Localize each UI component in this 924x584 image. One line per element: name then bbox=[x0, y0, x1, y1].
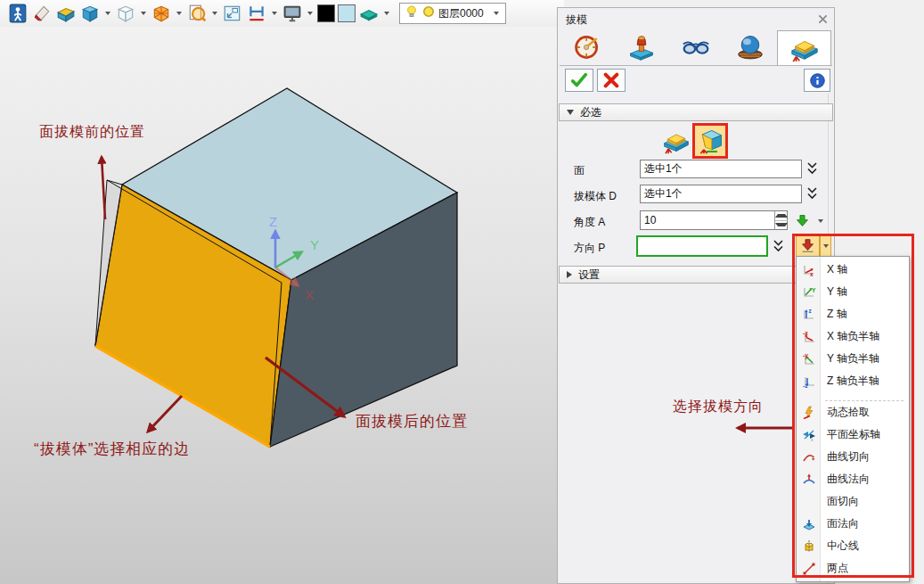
info-button[interactable] bbox=[804, 69, 830, 92]
layer-box-icon[interactable] bbox=[358, 3, 380, 24]
angle-apply-direction-button[interactable] bbox=[791, 211, 813, 230]
axis-x-icon: x bbox=[797, 263, 821, 277]
fit-window-icon[interactable] bbox=[222, 3, 243, 24]
solid-cube-icon[interactable] bbox=[79, 3, 101, 24]
axis-neg-z-icon: -z bbox=[797, 374, 821, 389]
display-mode-icon[interactable] bbox=[282, 3, 303, 24]
zoom-icon[interactable] bbox=[186, 3, 208, 24]
layer-box-dropdown-caret[interactable] bbox=[384, 12, 389, 15]
annotation-direction-select: 选择拔模方向 bbox=[673, 398, 764, 416]
curve-tangent-icon bbox=[797, 450, 821, 465]
menu-item-face-tangent[interactable]: 面切向 bbox=[797, 490, 909, 513]
triad-y-label: Y bbox=[310, 237, 319, 252]
two-points-icon bbox=[797, 562, 821, 576]
erase-icon[interactable] bbox=[31, 3, 53, 24]
spinner-up-icon[interactable] bbox=[775, 211, 788, 221]
menu-separator bbox=[825, 392, 904, 401]
draft-body-field-input[interactable] bbox=[640, 185, 802, 203]
section-settings-label: 设置 bbox=[578, 267, 600, 283]
draft-panel: 拔模 必选 面 bbox=[557, 7, 835, 584]
draft-body-mode-button[interactable] bbox=[660, 126, 692, 156]
section-required-header[interactable]: 必选 bbox=[559, 103, 833, 121]
exit-icon[interactable] bbox=[7, 3, 29, 24]
tab-sphere[interactable] bbox=[723, 30, 777, 64]
ok-button[interactable] bbox=[565, 69, 593, 92]
menu-item-neg-x-axis[interactable]: -x X 轴负半轴 bbox=[797, 325, 909, 348]
menu-item-centerline[interactable]: 中心线 bbox=[797, 535, 909, 557]
menu-item-neg-y-axis[interactable]: -y Y 轴负半轴 bbox=[797, 348, 909, 370]
triad-z-label: Z bbox=[269, 214, 277, 229]
panel-title: 拔模 bbox=[566, 12, 587, 28]
cancel-button[interactable] bbox=[597, 69, 626, 92]
shaded-face-icon[interactable] bbox=[55, 3, 77, 24]
collapse-icon bbox=[567, 110, 574, 115]
axis-neg-x-icon: -x bbox=[797, 330, 821, 344]
face-field-label: 面 bbox=[574, 163, 585, 178]
direction-field-label: 方向 P bbox=[574, 241, 605, 256]
layer-color-icon bbox=[421, 4, 436, 22]
plane-axes-icon: x bbox=[797, 428, 821, 442]
svg-text:-z: -z bbox=[803, 382, 808, 389]
top-toolbar: 图层0000 bbox=[0, 0, 564, 28]
zoom-dropdown-caret[interactable] bbox=[212, 12, 217, 15]
measure-icon[interactable] bbox=[246, 3, 267, 24]
axis-z-icon: z bbox=[797, 308, 821, 322]
rotate-lattice-icon[interactable] bbox=[151, 3, 172, 24]
display-mode-dropdown-caret[interactable] bbox=[307, 12, 313, 15]
highlight-color-swatch[interactable] bbox=[338, 4, 356, 22]
measure-dropdown-caret[interactable] bbox=[272, 12, 277, 15]
model-scene: Z Y X bbox=[0, 27, 557, 584]
svg-text:-x: -x bbox=[803, 330, 808, 336]
close-icon[interactable] bbox=[816, 12, 829, 25]
black-color-swatch[interactable] bbox=[317, 4, 335, 22]
solid-cube-dropdown-caret[interactable] bbox=[105, 12, 110, 15]
spinner-down-icon[interactable] bbox=[775, 221, 788, 230]
tab-draft[interactable] bbox=[777, 30, 831, 65]
annotation-before-position: 面拔模前的位置 bbox=[39, 123, 145, 142]
layer-combo-value: 图层0000 bbox=[438, 6, 484, 21]
angle-spinner[interactable] bbox=[774, 211, 788, 229]
axis-y-icon: Y bbox=[797, 285, 821, 300]
face-field-input[interactable] bbox=[640, 160, 802, 178]
angle-field-label: 角度 A bbox=[574, 215, 605, 230]
rotate-lattice-dropdown-caret[interactable] bbox=[176, 12, 182, 15]
menu-item-two-points[interactable]: 两点 bbox=[797, 557, 909, 580]
layer-combobox[interactable]: 图层0000 bbox=[399, 3, 506, 24]
curve-normal-icon bbox=[797, 473, 821, 487]
direction-pick-button[interactable] bbox=[796, 234, 820, 257]
annotation-after-position: 面拔模后的位置 bbox=[356, 411, 468, 432]
angle-direction-caret[interactable] bbox=[818, 219, 823, 223]
menu-item-dynamic-pick[interactable]: 动态拾取 bbox=[797, 401, 909, 424]
bulb-icon bbox=[405, 4, 419, 23]
wireframe-cube-icon[interactable] bbox=[115, 3, 136, 24]
dynamic-pick-icon bbox=[797, 406, 821, 420]
section-settings-header[interactable]: 设置 bbox=[559, 266, 833, 284]
tab-stamp[interactable] bbox=[614, 30, 668, 64]
menu-item-plane-axes[interactable]: x 平面坐标轴 bbox=[797, 424, 909, 446]
svg-text:x: x bbox=[810, 271, 814, 277]
menu-item-y-axis[interactable]: Y Y 轴 bbox=[797, 281, 909, 303]
direction-dropdown-menu: x X 轴 Y Y 轴 z Z 轴 -x X 轴负半轴 -y Y 轴负半轴 -z… bbox=[796, 256, 910, 582]
menu-item-curve-tangent[interactable]: 曲线切向 bbox=[797, 446, 909, 468]
triad-x-label: X bbox=[305, 287, 314, 302]
direction-expand-chevron-icon[interactable] bbox=[773, 239, 784, 257]
angle-field-input[interactable] bbox=[640, 210, 788, 230]
menu-item-x-axis[interactable]: x X 轴 bbox=[797, 259, 909, 281]
tab-glasses[interactable] bbox=[668, 30, 723, 64]
axis-neg-y-icon: -y bbox=[797, 352, 821, 366]
section-required-label: 必选 bbox=[580, 105, 601, 120]
wireframe-cube-dropdown-caret[interactable] bbox=[141, 12, 146, 15]
menu-item-curve-normal[interactable]: 曲线法向 bbox=[797, 468, 909, 490]
menu-item-neg-z-axis[interactable]: -z Z 轴负半轴 bbox=[797, 370, 909, 392]
menu-item-face-normal[interactable]: 面法向 bbox=[797, 513, 909, 535]
svg-text:x: x bbox=[811, 437, 814, 442]
draft-body-expand-chevron-icon[interactable] bbox=[806, 186, 818, 204]
expand-icon bbox=[567, 271, 572, 278]
draft-face-mode-button[interactable] bbox=[692, 123, 728, 159]
menu-item-z-axis[interactable]: z Z 轴 bbox=[797, 303, 909, 325]
face-expand-chevron-icon[interactable] bbox=[806, 161, 818, 179]
tab-gauge[interactable] bbox=[560, 30, 614, 64]
direction-field-input[interactable] bbox=[636, 235, 768, 257]
direction-pick-caret[interactable] bbox=[820, 234, 831, 257]
layer-combo-caret[interactable] bbox=[494, 12, 499, 15]
